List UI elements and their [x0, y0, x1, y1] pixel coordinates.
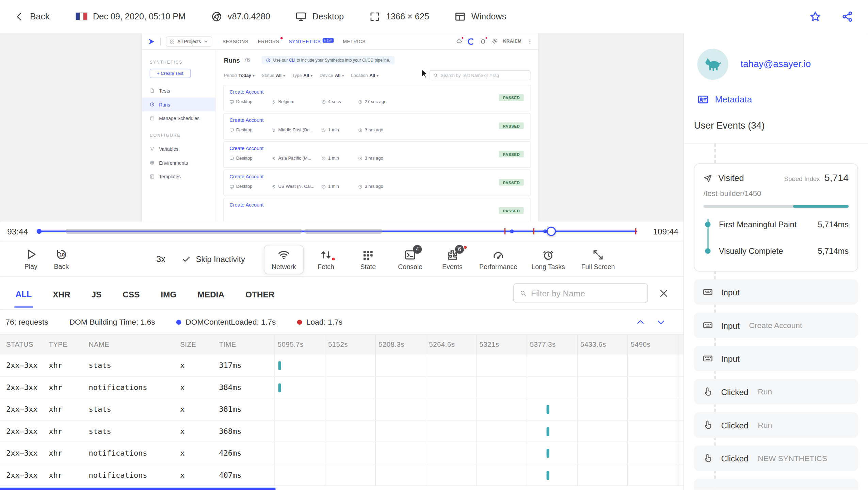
filter-location[interactable]: LocationAll▾: [351, 73, 379, 78]
click-event-card[interactable]: Clicked Run: [694, 379, 858, 405]
sidebar-item-environments[interactable]: Environments: [142, 156, 216, 170]
cli-link[interactable]: CLI: [289, 58, 295, 63]
sidebar-item-runs[interactable]: Runs: [142, 98, 216, 112]
create-test-button[interactable]: + Create Test: [150, 69, 191, 78]
network-filter-input[interactable]: [513, 283, 648, 303]
app-logo-icon: [147, 37, 155, 45]
integrations-button[interactable]: [456, 38, 462, 44]
back-10-button[interactable]: 10 Back: [54, 248, 69, 271]
speed-index-label: Speed Index: [784, 176, 820, 182]
input-event-card[interactable]: Input: [694, 279, 858, 305]
user-email[interactable]: tahay@asayer.io: [740, 59, 811, 70]
new-badge: NEW: [322, 38, 333, 43]
project-selector[interactable]: All Projects: [166, 36, 212, 46]
clock-icon: [358, 184, 363, 189]
timeline-track[interactable]: [38, 230, 638, 232]
table-row[interactable]: 2xx–3xxxhrstatsx317ms: [0, 355, 684, 376]
speed-toggle[interactable]: 3x: [156, 254, 165, 264]
bell-icon: [480, 38, 486, 44]
share-icon[interactable]: [841, 10, 854, 22]
click-event-card[interactable]: Clicked Run: [694, 412, 858, 438]
tab-img[interactable]: IMG: [160, 280, 178, 307]
browser-icon: [211, 11, 222, 22]
fullscreen-button[interactable]: Full Screen: [574, 245, 622, 274]
filter-status[interactable]: StatusAll▾: [262, 73, 285, 78]
kebab-icon[interactable]: [527, 38, 533, 44]
request-timing-bar: [278, 361, 281, 370]
tab-errors[interactable]: ERRORS: [258, 38, 279, 44]
tab-xhr[interactable]: XHR: [52, 280, 71, 307]
console-panel-button[interactable]: 4 Console: [390, 245, 430, 274]
close-icon[interactable]: [658, 288, 669, 298]
chevron-down-icon[interactable]: [656, 317, 666, 327]
screen-resolution: 1366 × 625: [369, 11, 429, 22]
input-event-card[interactable]: Input: [694, 346, 858, 371]
run-row[interactable]: Create Account Desktop Middle East (Ba..…: [224, 114, 530, 139]
table-header: STATUS TYPE NAME SIZE TIME 5095.7s 5152s…: [0, 335, 684, 355]
table-row[interactable]: 2xx–3xxxhrnotificationsx384ms: [0, 376, 684, 398]
performance-panel-button[interactable]: Performance: [475, 245, 522, 274]
browser-version: v87.0.4280: [211, 11, 270, 22]
tab-other[interactable]: OTHER: [244, 280, 276, 307]
metric-dot: [705, 248, 710, 254]
sidebar-item-tests[interactable]: Tests: [142, 84, 216, 98]
network-panel-button[interactable]: Network: [264, 245, 304, 274]
metadata-button[interactable]: Metadata: [697, 94, 854, 105]
request-timing-bar: [546, 405, 549, 414]
network-icon: [278, 248, 290, 261]
sidebar-item-variables[interactable]: Variables: [142, 142, 216, 156]
table-row[interactable]: 2xx–3xxxhrnotificationsx407ms: [0, 464, 684, 486]
chevron-up-icon[interactable]: [636, 317, 645, 327]
star-icon[interactable]: [809, 10, 821, 22]
filter-type[interactable]: TypeAll▾: [292, 73, 312, 78]
playhead[interactable]: [547, 227, 556, 236]
run-row[interactable]: Create Account Desktop Belgium 4 secs 27…: [224, 85, 530, 111]
replayed-app-sidebar: SYNTHETICS + Create Test Tests Runs: [142, 50, 216, 222]
cursor-icon: [421, 69, 429, 79]
error-marker: [533, 228, 534, 234]
filter-period[interactable]: PeriodToday▾: [224, 73, 255, 78]
events-panel-button[interactable]: 6 Events: [432, 245, 472, 274]
horizontal-scrollbar[interactable]: [0, 488, 275, 490]
run-row[interactable]: Create Account Desktop US West (N. Cal..…: [224, 170, 530, 196]
pointer-icon: [703, 453, 713, 463]
table-row[interactable]: 2xx–3xxxhrnotificationsx426ms: [0, 442, 684, 464]
status-badge: PASSED: [499, 151, 524, 158]
run-row[interactable]: Create Account Desktop Asia Pacific (M..…: [224, 142, 530, 167]
tab-media[interactable]: MEDIA: [196, 280, 225, 307]
monitor-icon: [229, 128, 234, 132]
user-menu[interactable]: KRAIEM: [503, 39, 521, 44]
replay-timeline[interactable]: 93:44 109:44: [0, 222, 684, 242]
tab-js[interactable]: JS: [90, 280, 102, 307]
sidebar-item-manage-schedules[interactable]: Manage Schedules: [142, 111, 216, 125]
tab-sessions[interactable]: SESSIONS: [223, 38, 248, 44]
event-card-partial[interactable]: [694, 479, 858, 490]
sidebar-item-templates[interactable]: Templates: [142, 169, 216, 183]
navigate-icon: [703, 174, 712, 182]
clock-icon: [358, 156, 363, 160]
tab-metrics[interactable]: METRICS: [343, 38, 366, 44]
gear-icon[interactable]: [492, 38, 498, 44]
filter-device[interactable]: DeviceAll▾: [320, 73, 344, 78]
state-panel-button[interactable]: State: [348, 245, 388, 274]
click-event-card[interactable]: Clicked NEW SYNTHETICS: [694, 445, 858, 471]
play-button[interactable]: Play: [25, 248, 37, 271]
input-event-card[interactable]: Input Create Account: [694, 312, 858, 338]
skip-inactivity-toggle[interactable]: Skip Inactivity: [182, 255, 245, 264]
metric-row: First Meaningful Paint 5,714ms: [719, 211, 849, 238]
visited-event-card[interactable]: Visited Speed Index 5,714 /test-builder/…: [694, 163, 858, 272]
back-button[interactable]: Back: [14, 11, 50, 21]
network-summary-bar: 76: requests DOM Building Time: 1.6s DOM…: [0, 309, 684, 335]
test-search-input[interactable]: [430, 70, 530, 80]
tab-synthetics[interactable]: SYNTHETICSNEW: [289, 38, 333, 44]
tab-css[interactable]: CSS: [122, 280, 141, 307]
notifications-button[interactable]: [480, 38, 486, 44]
long-tasks-panel-button[interactable]: Long Tasks: [525, 245, 572, 274]
fetch-panel-button[interactable]: Fetch: [306, 245, 346, 274]
inactivity-segment: [65, 229, 302, 234]
run-row[interactable]: Create Account PASSED: [224, 198, 530, 222]
table-row[interactable]: 2xx–3xxxhrstatsx381ms: [0, 398, 684, 420]
notification-dot: [280, 37, 283, 39]
table-row[interactable]: 2xx–3xxxhrstatsx368ms: [0, 420, 684, 442]
tab-all[interactable]: ALL: [14, 279, 33, 307]
